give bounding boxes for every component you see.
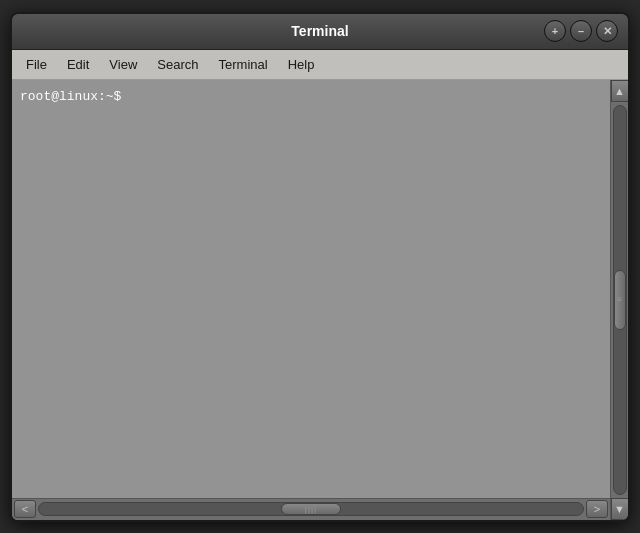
menu-file[interactable]: File <box>16 53 57 76</box>
hscroll-thumb[interactable]: |||| <box>281 503 341 515</box>
vscroll-track[interactable]: ≡ <box>613 105 627 495</box>
menu-search[interactable]: Search <box>147 53 208 76</box>
vscroll-down-arrow[interactable]: ▼ <box>611 498 629 520</box>
vscroll-up-arrow[interactable]: ▲ <box>611 80 629 102</box>
menu-help[interactable]: Help <box>278 53 325 76</box>
hscroll-right-arrow[interactable]: > <box>586 500 608 518</box>
close-button[interactable]: ✕ <box>596 20 618 42</box>
content-area: root@linux:~$ < |||| > ▲ ≡ ▼ <box>12 80 628 520</box>
horizontal-scrollbar: < |||| > <box>12 498 610 520</box>
menu-bar: File Edit View Search Terminal Help <box>12 50 628 80</box>
add-button[interactable]: + <box>544 20 566 42</box>
terminal-prompt: root@linux:~$ <box>20 89 121 104</box>
minimize-button[interactable]: – <box>570 20 592 42</box>
vertical-scrollbar: ▲ ≡ ▼ <box>610 80 628 520</box>
terminal-area[interactable]: root@linux:~$ < |||| > <box>12 80 610 520</box>
window-controls: + – ✕ <box>544 20 618 42</box>
menu-terminal[interactable]: Terminal <box>209 53 278 76</box>
title-bar: Terminal + – ✕ <box>12 14 628 50</box>
vscroll-thumb[interactable]: ≡ <box>614 270 626 330</box>
window-title: Terminal <box>291 23 348 39</box>
terminal-window: Terminal + – ✕ File Edit View Search Ter… <box>10 12 630 522</box>
hscroll-left-arrow[interactable]: < <box>14 500 36 518</box>
terminal-content[interactable]: root@linux:~$ <box>12 80 610 498</box>
menu-view[interactable]: View <box>99 53 147 76</box>
menu-edit[interactable]: Edit <box>57 53 99 76</box>
hscroll-track[interactable]: |||| <box>38 502 584 516</box>
